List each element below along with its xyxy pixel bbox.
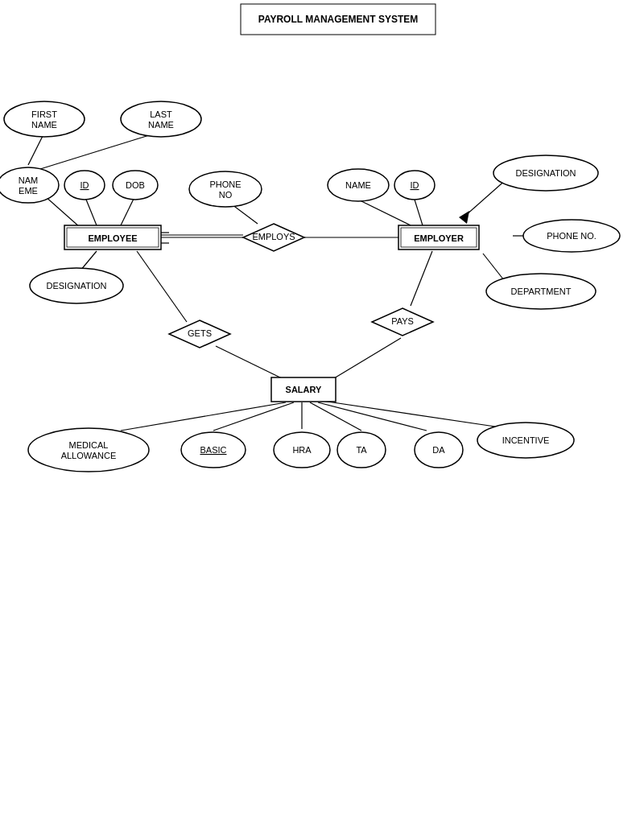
line-salary-basic (213, 402, 294, 431)
id-emp-label: ID (80, 180, 89, 190)
line-employer-pays (411, 251, 432, 306)
last-name-label: LAST (150, 109, 172, 119)
name-emp-label: NAM (19, 175, 38, 185)
designation-emp-label: DESIGNATION (47, 281, 107, 291)
salary-label: SALARY (286, 385, 322, 394)
line-idemployer-employer (415, 200, 423, 225)
phone-no-label2: NO (219, 190, 233, 200)
gets-label: GETS (188, 328, 212, 338)
hra-label: HRA (292, 445, 312, 455)
line-pays-salary (334, 338, 401, 378)
last-name-label2: NAME (148, 120, 174, 130)
medical-allowance-label2: ALLOWANCE (61, 451, 117, 460)
employs-label: EMPLOYS (252, 232, 295, 241)
pays-label: PAYS (391, 316, 414, 326)
line-designation-employer (465, 179, 507, 216)
line-employee-gets (137, 251, 187, 322)
basic-label: BASIC (200, 445, 226, 455)
employee-label: EMPLOYEE (88, 233, 137, 243)
line-salary-medical (121, 402, 286, 431)
line-lastname-name (40, 133, 157, 169)
line-firstname-name (28, 133, 44, 165)
medical-allowance-label: MEDICAL (69, 440, 109, 450)
name-employer-label: NAME (345, 180, 371, 190)
employer-label: EMPLOYER (414, 233, 464, 243)
ta-label: TA (356, 445, 367, 455)
da-label: DA (432, 445, 445, 455)
first-name-label: FIRST (31, 109, 57, 119)
department-label: DEPARTMENT (511, 287, 572, 296)
line-nameemployer-employer (358, 200, 411, 225)
line-gets-salary (216, 346, 282, 378)
line-name-employee (44, 196, 80, 228)
title-text: PAYROLL MANAGEMENT SYSTEM (258, 14, 418, 25)
id-employer-label: ID (411, 180, 419, 190)
phone-no-label: PHONE (209, 179, 241, 189)
arrow-designation (459, 211, 469, 224)
line-salary-da (318, 402, 427, 431)
designation-employer-label: DESIGNATION (516, 168, 576, 178)
name-emp-label2: EME (19, 186, 38, 196)
phone-no-employer-label: PHONE NO. (547, 231, 597, 241)
dob-label: DOB (126, 180, 145, 190)
incentive-label: INCENTIVE (502, 435, 550, 445)
first-name-label2: NAME (31, 120, 57, 130)
